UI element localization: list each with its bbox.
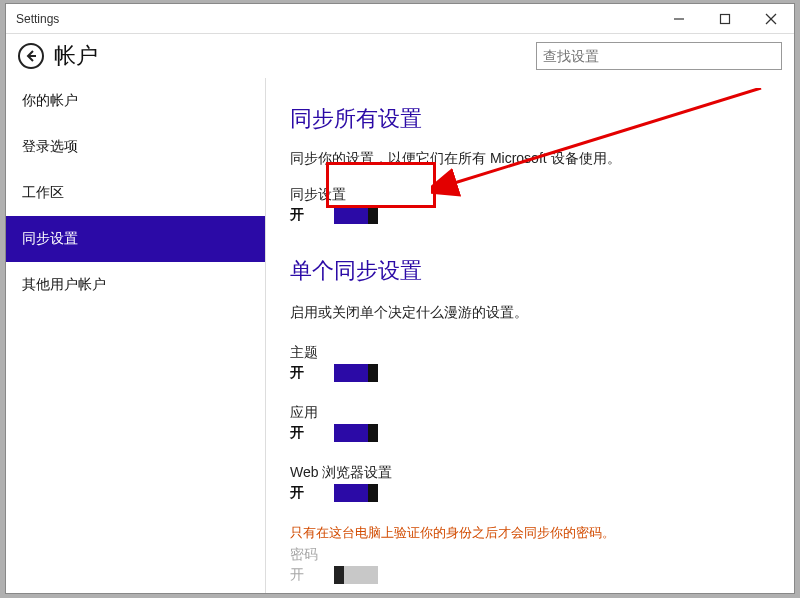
back-button[interactable]	[18, 43, 44, 69]
setting-sync-all-state: 开	[290, 206, 304, 224]
toggle-knob	[368, 424, 378, 442]
sidebar-item-sync-settings[interactable]: 同步设置	[6, 216, 265, 262]
window-title: Settings	[16, 12, 59, 26]
setting-web-browser-state: 开	[290, 484, 304, 502]
section-sync-all-title: 同步所有设置	[290, 104, 770, 134]
toggle-knob	[368, 484, 378, 502]
sidebar-item-signin-options[interactable]: 登录选项	[6, 124, 265, 170]
maximize-button[interactable]	[702, 4, 748, 34]
section-sync-all-desc: 同步你的设置，以便它们在所有 Microsoft 设备使用。	[290, 150, 770, 168]
title-bar: Settings	[6, 4, 794, 34]
setting-web-browser: Web 浏览器设置 开	[290, 464, 770, 502]
page-title: 帐户	[54, 41, 98, 71]
section-individual-desc: 启用或关闭单个决定什么漫游的设置。	[290, 304, 770, 322]
sidebar: 你的帐户 登录选项 工作区 同步设置 其他用户帐户	[6, 78, 266, 593]
setting-password: 密码 开	[290, 546, 770, 584]
toggle-apps[interactable]	[334, 424, 378, 442]
setting-apps: 应用 开	[290, 404, 770, 442]
setting-web-browser-label: Web 浏览器设置	[290, 464, 770, 482]
search-input[interactable]	[536, 42, 782, 70]
close-button[interactable]	[748, 4, 794, 34]
body: 你的帐户 登录选项 工作区 同步设置 其他用户帐户 同步所有设置 同步你的设置，…	[6, 78, 794, 593]
setting-theme-label: 主题	[290, 344, 770, 362]
sidebar-item-work-access[interactable]: 工作区	[6, 170, 265, 216]
toggle-knob	[368, 206, 378, 224]
setting-sync-all-label: 同步设置	[290, 186, 770, 204]
setting-password-state: 开	[290, 566, 304, 584]
section-individual-title: 单个同步设置	[290, 256, 770, 286]
toggle-sync-all[interactable]	[334, 206, 378, 224]
sidebar-item-your-account[interactable]: 你的帐户	[6, 78, 265, 124]
setting-theme-state: 开	[290, 364, 304, 382]
toggle-web-browser[interactable]	[334, 484, 378, 502]
setting-apps-label: 应用	[290, 404, 770, 422]
content-pane: 同步所有设置 同步你的设置，以便它们在所有 Microsoft 设备使用。 同步…	[266, 78, 794, 593]
password-warning-text: 只有在这台电脑上验证你的身份之后才会同步你的密码。	[290, 524, 770, 542]
svg-rect-1	[721, 14, 730, 23]
toggle-theme[interactable]	[334, 364, 378, 382]
setting-theme: 主题 开	[290, 344, 770, 382]
svg-line-5	[451, 88, 761, 184]
setting-sync-all: 同步设置 开	[290, 186, 770, 224]
toggle-knob	[334, 566, 344, 584]
settings-window: Settings 帐户 你的帐户 登录选项 工作区 同步设置 其他用户帐户 同步…	[5, 3, 795, 594]
minimize-button[interactable]	[656, 4, 702, 34]
setting-password-label: 密码	[290, 546, 770, 564]
setting-apps-state: 开	[290, 424, 304, 442]
header: 帐户	[6, 34, 794, 78]
toggle-password	[334, 566, 378, 584]
sidebar-item-other-users[interactable]: 其他用户帐户	[6, 262, 265, 308]
toggle-knob	[368, 364, 378, 382]
